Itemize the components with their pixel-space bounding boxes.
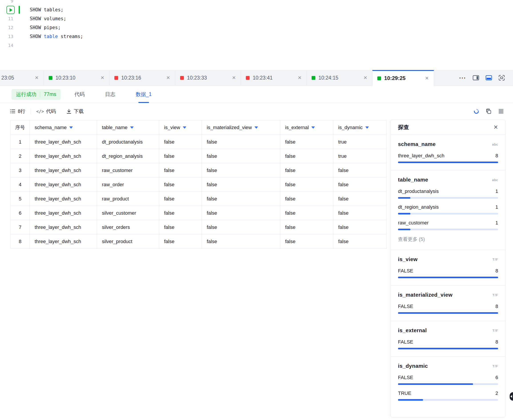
active-statement-indicator — [19, 6, 20, 14]
result-view-tab[interactable]: 数据_1 — [136, 86, 152, 103]
sort-dropdown-icon[interactable] — [255, 127, 258, 129]
sort-dropdown-icon[interactable] — [183, 127, 186, 129]
result-view-tab[interactable]: 日志 — [105, 86, 115, 103]
table-cell: false — [333, 220, 387, 234]
tab-close-icon[interactable]: ✕ — [294, 75, 301, 81]
result-tab[interactable]: 10:29:25✕ — [373, 70, 434, 86]
table-cell: three_layer_dwh_sch — [30, 178, 97, 192]
tab-close-icon[interactable]: ✕ — [31, 75, 39, 81]
table-row[interactable]: 1three_layer_dwh_schdt_productanalysisfa… — [11, 135, 387, 149]
result-tab[interactable]: 23:05✕ — [0, 70, 44, 86]
panel-collapse-handle[interactable] — [510, 392, 513, 401]
table-row[interactable]: 7three_layer_dwh_schsilver_ordersfalsefa… — [11, 220, 387, 234]
columns-settings-icon[interactable] — [498, 108, 504, 114]
explore-close-icon[interactable]: ✕ — [493, 124, 498, 130]
column-label: is_materialized_view — [207, 125, 252, 130]
table-row[interactable]: 6three_layer_dwh_schsilver_customerfalse… — [11, 206, 387, 220]
section-type-badge: T/F — [492, 364, 498, 368]
sort-dropdown-icon[interactable] — [69, 127, 73, 129]
value-count: 8 — [495, 339, 498, 345]
value-label: FALSE — [398, 268, 413, 274]
tab-close-icon[interactable]: ✕ — [228, 75, 236, 81]
table-body: 1three_layer_dwh_schdt_productanalysisfa… — [11, 135, 387, 249]
sort-dropdown-icon[interactable] — [365, 127, 369, 129]
column-header[interactable]: is_materialized_view — [202, 120, 280, 135]
fullscreen-icon[interactable] — [498, 75, 505, 81]
code-button-label: 代码 — [46, 108, 56, 115]
table-header-row: 序号schema_nametable_nameis_viewis_materia… — [11, 120, 387, 135]
value-label: dt_productanalysis — [398, 188, 439, 194]
panel-bottom-layout-icon[interactable] — [485, 75, 492, 81]
value-label: TRUE — [398, 390, 411, 396]
tab-label: 10:23:33 — [187, 75, 207, 81]
result-tab[interactable]: 10:23:41✕ — [241, 70, 307, 86]
value-label: FALSE — [398, 339, 413, 345]
tab-close-icon[interactable]: ✕ — [360, 75, 367, 81]
explore-section: schema_nameabcthree_layer_dwh_sch8 — [391, 135, 505, 171]
show-code-button[interactable]: </> 代码 — [36, 108, 56, 115]
profile-chart-icon[interactable] — [473, 108, 479, 114]
table-row[interactable]: 8three_layer_dwh_schsilver_productfalsef… — [11, 234, 387, 249]
value-count: 8 — [495, 153, 498, 159]
column-label: table_name — [102, 125, 127, 130]
sql-editor[interactable]: 9SHOW tables;11SHOW volumes;12SHOW pipes… — [0, 0, 513, 70]
table-cell: false — [159, 220, 202, 234]
table-cell: false — [202, 178, 280, 192]
column-header[interactable]: is_dynamic — [333, 120, 387, 135]
panel-right-layout-icon[interactable] — [473, 75, 479, 81]
result-tab[interactable]: 10:23:33✕ — [175, 70, 241, 86]
result-tab[interactable]: 10:23:10✕ — [44, 70, 110, 86]
run-statement-button[interactable] — [7, 6, 15, 14]
table-cell: true — [333, 135, 387, 149]
table-row[interactable]: 3three_layer_dwh_schraw_customerfalsefal… — [11, 163, 387, 178]
column-header[interactable]: schema_name — [30, 120, 97, 135]
editor-line[interactable]: SHOW tables; — [0, 5, 513, 14]
chip-divider — [40, 91, 40, 97]
tab-close-icon[interactable]: ✕ — [421, 75, 429, 81]
result-view-tab[interactable]: 代码 — [74, 86, 85, 103]
more-tabs-button[interactable]: ⋯ — [459, 74, 466, 81]
tab-close-icon[interactable]: ✕ — [97, 75, 104, 81]
tab-label: 10:23:41 — [253, 75, 273, 81]
distribution-bar — [398, 197, 498, 199]
column-header[interactable]: is_external — [280, 120, 333, 135]
rows-icon — [10, 108, 15, 114]
column-header[interactable]: table_name — [97, 120, 159, 135]
table-row[interactable]: 5three_layer_dwh_schraw_productfalsefals… — [11, 192, 387, 206]
tab-close-icon[interactable]: ✕ — [162, 75, 170, 81]
result-tab-bar: 23:05✕10:23:10✕10:23:16✕10:23:33✕10:23:4… — [0, 70, 513, 86]
view-more-link[interactable]: 查看更多 (5) — [398, 236, 498, 243]
editor-line[interactable]: 14 — [0, 41, 513, 50]
table-cell: three_layer_dwh_sch — [30, 135, 97, 149]
table-cell: false — [280, 234, 333, 249]
result-tab-list: 23:05✕10:23:10✕10:23:16✕10:23:33✕10:23:4… — [0, 70, 434, 86]
result-table-wrap: 序号schema_nametable_nameis_viewis_materia… — [10, 120, 386, 249]
section-type-badge: T/F — [492, 258, 498, 261]
editor-line[interactable]: 12SHOW pipes; — [0, 23, 513, 32]
explore-section: is_materialized_viewT/FFALSE8 — [391, 285, 505, 321]
value-distribution-item: dt_productanalysis1 — [398, 188, 498, 199]
sort-dropdown-icon[interactable] — [130, 127, 134, 129]
table-row[interactable]: 2three_layer_dwh_schdt_region_analysisfa… — [11, 149, 387, 163]
editor-line[interactable]: 11SHOW volumes; — [0, 14, 513, 23]
table-cell: raw_customer — [97, 163, 159, 178]
value-distribution-item: dt_region_analysis1 — [398, 204, 498, 214]
sort-dropdown-icon[interactable] — [311, 127, 315, 129]
table-row[interactable]: 4three_layer_dwh_schraw_orderfalsefalsef… — [11, 178, 387, 192]
table-cell: 1 — [11, 135, 30, 149]
result-tab[interactable]: 10:23:16✕ — [110, 70, 175, 86]
tab-status-icon — [180, 76, 184, 80]
copy-icon[interactable] — [486, 108, 492, 114]
editor-line[interactable]: 13SHOW table streams; — [0, 32, 513, 41]
row-count-button[interactable]: 8行 — [10, 108, 25, 115]
row-count-label: 8行 — [18, 108, 25, 115]
column-header[interactable]: is_view — [159, 120, 202, 135]
explore-header: 探查 ✕ — [391, 120, 505, 135]
table-cell: silver_product — [97, 234, 159, 249]
column-label: is_dynamic — [338, 125, 363, 130]
column-header: 序号 — [11, 120, 30, 135]
result-tab[interactable]: 10:24:15✕ — [307, 70, 373, 86]
section-column-name: table_name — [398, 177, 428, 183]
editor-line[interactable]: 9 — [0, 0, 513, 5]
download-button[interactable]: 下载 — [66, 108, 84, 115]
